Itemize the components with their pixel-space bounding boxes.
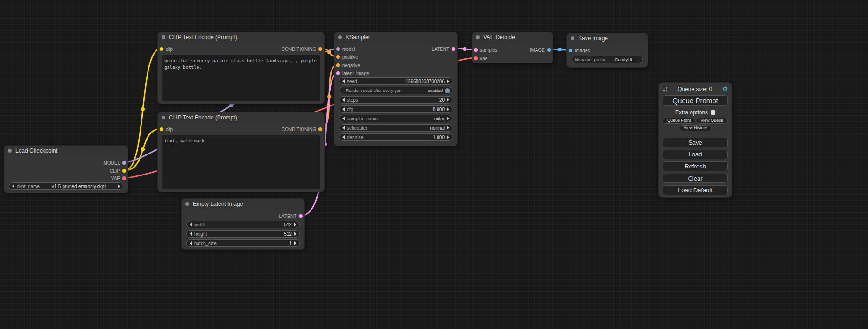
increment-icon[interactable] (447, 135, 449, 139)
batch-size-widget[interactable]: batch_size 1 (186, 239, 300, 247)
node-collapse-dot[interactable] (476, 35, 480, 39)
refresh-button[interactable]: Refresh (663, 161, 728, 171)
prompt-text-area[interactable]: beautiful scenery nature glass bottle la… (162, 55, 320, 101)
node-title-bar[interactable]: CLIP Text Encode (Prompt) (158, 32, 324, 42)
combo-next-icon[interactable] (118, 184, 120, 188)
port-dot[interactable] (474, 48, 478, 52)
load-default-button[interactable]: Load Default (663, 185, 728, 195)
conditioning-output-port[interactable]: CONDITIONING (282, 46, 322, 52)
node-title-bar[interactable]: Empty Latent Image (182, 199, 304, 209)
node-title-bar[interactable]: VAE Decode (472, 32, 553, 42)
negative-input-port[interactable]: negative (336, 62, 360, 69)
port-dot[interactable] (452, 47, 455, 51)
image-output-port[interactable]: IMAGE (530, 47, 551, 53)
queue-prompt-button[interactable]: Queue Prompt (663, 95, 728, 106)
view-queue-button[interactable]: View Queue (696, 118, 728, 124)
node-title-bar[interactable]: Save Image (567, 33, 648, 43)
denoise-widget[interactable]: denoise 1.000 (339, 133, 452, 141)
port-dot[interactable] (122, 161, 126, 165)
scheduler-widget[interactable]: scheduler normal (339, 124, 452, 132)
port-dot[interactable] (547, 48, 551, 52)
port-dot[interactable] (336, 71, 340, 75)
steps-widget[interactable]: steps 20 (339, 96, 452, 104)
port-dot[interactable] (336, 55, 340, 59)
gear-icon[interactable]: ⚙ (722, 86, 728, 92)
random-seed-toggle-widget[interactable]: Random seed after every gen enabled (339, 87, 452, 94)
port-dot[interactable] (318, 127, 322, 131)
width-widget[interactable]: width 512 (186, 221, 300, 228)
port-dot[interactable] (569, 49, 572, 52)
ckpt-name-widget[interactable]: ckpt_name v1-5-pruned-emaonly.ckpt (9, 182, 123, 190)
decrement-icon[interactable] (342, 107, 345, 111)
load-button[interactable]: Load (663, 150, 728, 160)
decrement-icon[interactable] (342, 79, 345, 83)
cfg-widget[interactable]: cfg 8.000 (339, 105, 452, 113)
port-dot[interactable] (336, 47, 340, 51)
node-collapse-dot[interactable] (162, 35, 165, 39)
clear-button[interactable]: Clear (663, 174, 728, 183)
decrement-icon[interactable] (342, 98, 345, 102)
node-title-bar[interactable]: KSampler (334, 32, 457, 42)
increment-icon[interactable] (294, 223, 296, 226)
positive-input-port[interactable]: positive (336, 54, 358, 60)
node-clip-text-encode-positive[interactable]: CLIP Text Encode (Prompt) clip CONDITION… (157, 32, 325, 104)
node-title-bar[interactable]: CLIP Text Encode (Prompt) (158, 112, 324, 123)
combo-prev-icon[interactable] (12, 184, 14, 188)
toggle-icon[interactable] (445, 88, 450, 93)
node-empty-latent-image[interactable]: Empty Latent Image LATENT width 512 heig… (181, 198, 305, 250)
menu-drag-handle[interactable] (663, 86, 668, 92)
increment-icon[interactable] (447, 98, 449, 102)
increment-icon[interactable] (447, 79, 449, 83)
increment-icon[interactable] (294, 232, 296, 236)
node-ksampler[interactable]: KSampler model positive negative latent_… (334, 32, 458, 146)
port-dot[interactable] (336, 63, 340, 67)
latent-output-port[interactable]: LATENT (431, 46, 455, 52)
model-input-port[interactable]: model (336, 46, 355, 52)
images-input-port[interactable]: images (569, 47, 590, 54)
node-clip-text-encode-negative[interactable]: CLIP Text Encode (Prompt) clip CONDITION… (157, 112, 325, 192)
port-dot[interactable] (318, 47, 322, 51)
latent-output-port[interactable]: LATENT (279, 213, 303, 219)
port-dot[interactable] (160, 127, 163, 131)
port-dot[interactable] (122, 169, 126, 173)
vae-output-port[interactable]: VAE (111, 175, 126, 182)
clip-input-port[interactable]: clip (160, 126, 173, 133)
sampler-name-widget[interactable]: sampler_name euler (339, 115, 452, 122)
decrement-icon[interactable] (190, 223, 192, 226)
combo-next-icon[interactable] (447, 126, 449, 130)
port-dot[interactable] (299, 214, 303, 218)
prompt-text-area[interactable]: text, watermark (162, 135, 320, 189)
port-dot[interactable] (474, 56, 478, 60)
port-dot[interactable] (160, 47, 163, 51)
combo-prev-icon[interactable] (342, 117, 345, 120)
decrement-icon[interactable] (190, 232, 192, 236)
filename-prefix-widget[interactable]: filename_prefix ComfyUI (572, 56, 643, 63)
node-collapse-dot[interactable] (571, 36, 574, 40)
extra-options-checkbox[interactable] (711, 110, 715, 115)
height-widget[interactable]: height 512 (186, 230, 300, 238)
seed-widget[interactable]: seed 156680208700286 (339, 77, 452, 85)
combo-next-icon[interactable] (447, 117, 449, 120)
port-dot[interactable] (122, 176, 126, 180)
node-collapse-dot[interactable] (8, 149, 12, 153)
view-history-button[interactable]: View History (679, 125, 712, 131)
model-output-port[interactable]: MODEL (103, 160, 126, 166)
latent-image-input-port[interactable]: latent_image (336, 70, 369, 77)
vae-input-port[interactable]: vae (474, 55, 487, 62)
node-save-image[interactable]: Save Image images filename_prefix ComfyU… (566, 33, 648, 68)
samples-input-port[interactable]: samples (474, 47, 497, 53)
queue-front-button[interactable]: Queue Front (663, 118, 696, 124)
combo-prev-icon[interactable] (342, 126, 345, 130)
node-vae-decode[interactable]: VAE Decode samples vae IMAGE (472, 32, 553, 63)
increment-icon[interactable] (294, 241, 296, 245)
decrement-icon[interactable] (342, 135, 345, 139)
increment-icon[interactable] (447, 107, 449, 111)
node-title-bar[interactable]: Load Checkpoint (4, 146, 128, 156)
clip-input-port[interactable]: clip (160, 46, 173, 52)
node-collapse-dot[interactable] (185, 202, 189, 206)
node-load-checkpoint[interactable]: Load Checkpoint MODEL CLIP VAE ckpt_name… (4, 145, 128, 193)
node-collapse-dot[interactable] (338, 35, 342, 39)
clip-output-port[interactable]: CLIP (110, 168, 126, 174)
conditioning-output-port[interactable]: CONDITIONING (282, 126, 322, 133)
save-button[interactable]: Save (663, 138, 728, 147)
